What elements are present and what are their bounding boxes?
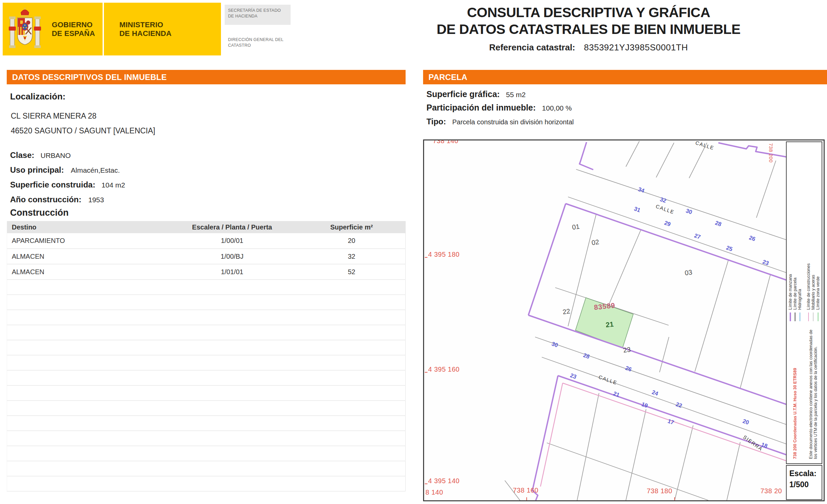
cadastral-map: 3432302826312927252330282623211924221720…: [423, 139, 825, 501]
tipo-label: Tipo:: [426, 117, 446, 126]
table-cell-empty: [298, 355, 406, 370]
table-cell-empty: [298, 476, 406, 491]
table-cell-empty: [298, 310, 406, 325]
clase-label: Clase:: [10, 151, 34, 160]
table-cell-empty: [7, 401, 166, 416]
table-row-empty: [7, 461, 406, 476]
table-cell-empty: [7, 476, 166, 491]
construccion-title: Construcción: [10, 208, 69, 218]
address-line-2: 46520 SAGUNTO / SAGUNT [VALENCIA]: [11, 126, 155, 135]
table-cell-empty: [298, 431, 406, 446]
scale-box: Escala: 1/500: [786, 465, 822, 500]
legend-item: Hidrografía: [797, 265, 802, 321]
grid-coordinate-label: 738 180: [647, 487, 672, 495]
grid-coordinate-label: 4 395 180: [428, 251, 459, 258]
table-row: APARCAMIENTO1/00/0120: [7, 233, 406, 249]
tipo-field: Tipo: Parcela construida sin división ho…: [426, 117, 574, 126]
table-cell: 1/00/01: [166, 233, 298, 249]
superficie-construida-field: Superficie construida: 104 m2: [10, 180, 125, 190]
section-header-datos-descriptivos: DATOS DESCRIPTIVOS DEL INMUEBLE: [7, 70, 406, 84]
utm-coordinates-note: 738 200 Coordenadas U.T.M. Huso 30 ETRS8…: [793, 325, 797, 459]
legend-label: Límite zona verde: [816, 277, 820, 310]
participacion-label: Participación del inmueble:: [426, 103, 536, 112]
legend-item: Mobiliario y aceras: [811, 265, 816, 321]
participacion-field: Participación del inmueble: 100,00 %: [426, 103, 572, 113]
clase-value: URBANO: [41, 152, 71, 159]
superficie-grafica-label: Superficie gráfica:: [426, 89, 500, 99]
legend-label: Mobiliario y aceras: [811, 275, 816, 310]
table-row-empty: [7, 431, 406, 446]
table-cell: ALMACEN: [7, 264, 166, 280]
ano-construccion-label: Año construcción:: [10, 195, 81, 204]
superficie-grafica-value: 55 m2: [506, 91, 526, 98]
table-cell: ALMACEN: [7, 249, 166, 264]
table-cell: 1/01/01: [166, 264, 298, 280]
grid-coordinate-label: 738 160: [513, 487, 538, 494]
table-cell-empty: [7, 385, 166, 401]
gobierno-label: GOBIERNO DE ESPAÑA: [52, 20, 95, 38]
table-cell-empty: [298, 401, 406, 416]
table-column-header: Superficie m²: [298, 221, 406, 233]
table-cell-empty: [7, 310, 166, 325]
secretaria-estado-label: SECRETARÍA DE ESTADO DE HACIENDA: [225, 5, 291, 25]
title-line-1: CONSULTA DESCRIPTIVA Y GRÁFICA: [377, 4, 800, 21]
table-cell-empty: [7, 461, 166, 476]
table-cell-empty: [7, 370, 166, 385]
grid-coordinate-label: 4 395 140: [428, 477, 459, 485]
table-cell: 32: [298, 249, 406, 264]
localizacion-label: Localización:: [10, 91, 66, 102]
table-row-empty: [7, 340, 406, 355]
table-cell-empty: [166, 431, 298, 446]
title-line-2: DE DATOS CATASTRALES DE BIEN INMUEBLE: [377, 21, 800, 38]
grid-coordinate-label: 738 140: [433, 139, 458, 145]
legend-item: Límite de construcciones: [806, 265, 811, 321]
document-title: CONSULTA DESCRIPTIVA Y GRÁFICA DE DATOS …: [377, 4, 800, 53]
participacion-value: 100,00 %: [542, 104, 572, 112]
ministerio-logo-block: MINISTERIO DE HACIENDA: [104, 3, 221, 55]
table-column-header: Destino: [7, 221, 166, 233]
parcel-number-label: 03: [684, 268, 693, 277]
table-cell-empty: [7, 295, 166, 310]
scale-label: Escala:: [789, 469, 819, 478]
table-cell-empty: [7, 340, 166, 355]
table-cell-empty: [298, 385, 406, 401]
direccion-general-catastro-label: DIRECCIÓN GENERAL DEL CATASTRO: [225, 36, 291, 52]
legend-item: Límite zona verde: [816, 265, 820, 321]
grid-coordinate-label: 738 200: [768, 143, 774, 163]
table-cell-empty: [166, 416, 298, 431]
parcel-number-label: 22: [562, 307, 571, 316]
table-row-empty: [7, 416, 406, 431]
table-column-header: Escalera / Planta / Puerta: [166, 221, 298, 233]
table-row-empty: [7, 370, 406, 385]
table-cell-empty: [298, 461, 406, 476]
table-cell-empty: [298, 416, 406, 431]
legend-item: Límite de manzana: [788, 265, 793, 321]
spain-coat-of-arms-icon: [7, 6, 42, 53]
table-row-empty: [7, 280, 406, 295]
table-cell: 1/00/BJ: [166, 249, 298, 264]
table-cell-empty: [166, 446, 298, 461]
table-row: ALMACEN1/00/BJ32: [7, 249, 406, 264]
table-cell-empty: [298, 295, 406, 310]
table-cell-empty: [7, 431, 166, 446]
grid-coordinate-label: 738 20: [760, 487, 782, 495]
table-cell-empty: [7, 325, 166, 340]
scale-value: 1/500: [789, 480, 819, 489]
legend-label: Hidrografía: [797, 289, 802, 310]
table-cell-empty: [7, 355, 166, 370]
table-row-empty: [7, 355, 406, 370]
uso-principal-label: Uso principal:: [10, 165, 64, 174]
table-cell-empty: [166, 401, 298, 416]
superficie-construida-value: 104 m2: [102, 181, 125, 189]
ano-construccion-field: Año construcción: 1953: [10, 195, 104, 204]
superficie-grafica-field: Superficie gráfica: 55 m2: [426, 89, 526, 99]
construccion-table-header: DestinoEscalera / Planta / PuertaSuperfi…: [7, 221, 406, 233]
superficie-construida-label: Superficie construida:: [10, 180, 95, 189]
electronic-document-disclaimer: Este documento electrónico contiene anex…: [809, 325, 818, 459]
table-row-empty: [7, 325, 406, 340]
parcel-number-label: 23: [623, 346, 631, 354]
table-cell-empty: [298, 370, 406, 385]
referencia-catastral: Referencia catastral:8353921YJ3985S0001T…: [377, 42, 800, 53]
table-cell-empty: [298, 340, 406, 355]
table-cell-empty: [298, 280, 406, 295]
